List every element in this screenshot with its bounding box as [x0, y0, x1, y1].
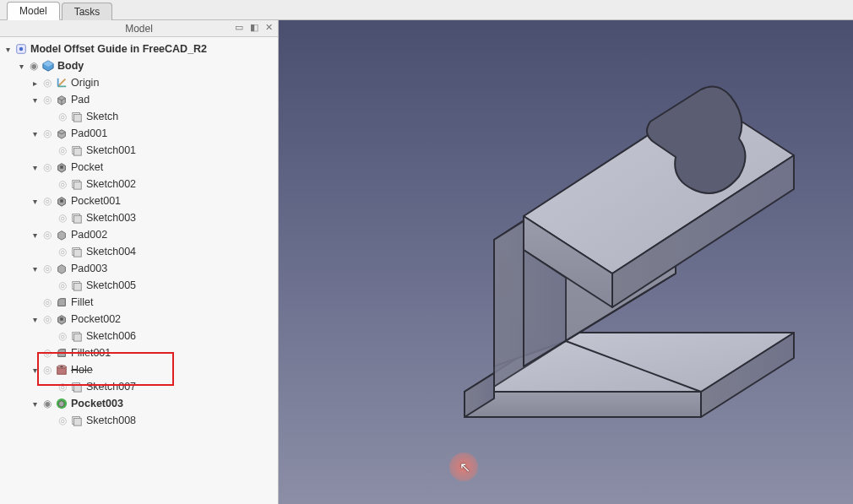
visibility-hidden-icon[interactable]: ◎: [41, 263, 54, 274]
visibility-hidden-icon[interactable]: ◎: [56, 212, 69, 224]
chevron-down-icon[interactable]: ▾: [29, 315, 41, 324]
visibility-hidden-icon[interactable]: ◎: [56, 381, 69, 393]
svg-rect-31: [74, 418, 82, 425]
visibility-hidden-icon[interactable]: ◎: [41, 296, 54, 308]
chevron-down-icon[interactable]: ▾: [15, 62, 27, 71]
svg-rect-14: [60, 199, 63, 203]
svg-point-26: [60, 366, 63, 368]
chevron-down-icon[interactable]: ▾: [29, 264, 41, 274]
tree-feature-fillet[interactable]: ◎ Fillet: [2, 294, 278, 311]
tree-label: Pad002: [71, 229, 107, 241]
tree-label: Hole: [71, 364, 93, 376]
tree-feature-pad[interactable]: ▾ ◎ Pad: [2, 91, 278, 108]
tree-origin[interactable]: ▸ ◎ Origin: [2, 74, 278, 91]
tree-label: Sketch002: [86, 178, 136, 190]
tree-feature-pocket[interactable]: ▾ ◎ Pocket: [2, 159, 278, 176]
visibility-icon[interactable]: ◉: [41, 398, 54, 409]
tree-label: Pocket: [71, 161, 103, 173]
chevron-down-icon[interactable]: ▾: [29, 399, 41, 409]
visibility-hidden-icon[interactable]: ◎: [41, 364, 54, 376]
tree-feature-pad003[interactable]: ▾ ◎ Pad003: [2, 260, 278, 277]
visibility-hidden-icon[interactable]: ◎: [41, 94, 54, 106]
svg-rect-16: [74, 215, 82, 223]
pocket-icon: [54, 312, 69, 326]
visibility-hidden-icon[interactable]: ◎: [41, 77, 54, 89]
tree-label: Pocket002: [71, 313, 121, 325]
tree-feature-fillet001[interactable]: ◎ Fillet001: [2, 344, 278, 361]
visibility-hidden-icon[interactable]: ◎: [56, 415, 69, 426]
visibility-hidden-icon[interactable]: ◎: [41, 347, 54, 359]
tree-sketch[interactable]: ◎ Sketch004: [2, 243, 278, 260]
visibility-hidden-icon[interactable]: ◎: [56, 330, 69, 342]
sketch-icon: [69, 211, 84, 225]
chevron-down-icon[interactable]: ▾: [29, 197, 41, 206]
tree-sketch[interactable]: ◎ Sketch005: [2, 277, 278, 294]
tree-label: Pocket001: [71, 195, 121, 207]
pad-icon: [54, 228, 69, 241]
svg-rect-23: [74, 333, 82, 341]
tree-feature-pocket003[interactable]: ▾ ◉ Pocket003: [2, 395, 278, 412]
svg-rect-13: [74, 182, 82, 189]
visibility-hidden-icon[interactable]: ◎: [41, 195, 54, 207]
chevron-down-icon[interactable]: ▾: [2, 45, 14, 54]
tree-label: Body: [57, 60, 84, 72]
pocket-tip-icon: [54, 397, 69, 410]
tree-sketch[interactable]: ◎ Sketch: [2, 108, 278, 125]
tree-sketch[interactable]: ◎ Sketch007: [2, 378, 278, 395]
visibility-hidden-icon[interactable]: ◎: [41, 127, 54, 139]
chevron-down-icon[interactable]: ▾: [29, 366, 41, 375]
tree-feature-hole[interactable]: ▾ ◎ Hole: [2, 361, 278, 378]
svg-rect-18: [74, 249, 82, 257]
tree-sketch[interactable]: ◎ Sketch008: [2, 412, 278, 429]
chevron-right-icon[interactable]: ▸: [29, 79, 41, 88]
document-icon: [14, 42, 29, 56]
tab-model[interactable]: Model: [7, 2, 60, 20]
tree-sketch[interactable]: ◎ Sketch006: [2, 328, 278, 344]
sketch-icon: [69, 329, 84, 343]
tree-feature-pad002[interactable]: ▾ ◎ Pad002: [2, 226, 278, 243]
chevron-down-icon[interactable]: ▾: [29, 129, 41, 138]
svg-rect-21: [60, 317, 63, 321]
tree-feature-pocket001[interactable]: ▾ ◎ Pocket001: [2, 192, 278, 209]
chevron-down-icon[interactable]: ▾: [29, 163, 41, 172]
svg-rect-8: [74, 114, 82, 122]
visibility-hidden-icon[interactable]: ◎: [41, 229, 54, 241]
tree-label: Pad001: [71, 127, 107, 139]
tree-feature-pad001[interactable]: ▾ ◎ Pad001: [2, 125, 278, 142]
panel-close-icon[interactable]: ✕: [264, 22, 274, 33]
tab-bar: Model Tasks: [0, 0, 853, 20]
panel-float-icon[interactable]: ◧: [248, 22, 260, 33]
chevron-down-icon[interactable]: ▾: [29, 95, 41, 105]
visibility-hidden-icon[interactable]: ◎: [56, 246, 69, 257]
sketch-icon: [69, 144, 84, 157]
tree-label: Fillet: [71, 296, 93, 308]
sketch-icon: [69, 110, 84, 123]
tree-label: Sketch008: [86, 415, 136, 426]
3d-viewport[interactable]: ↖: [279, 20, 853, 504]
tree-label: Sketch004: [86, 246, 136, 257]
visibility-hidden-icon[interactable]: ◎: [56, 144, 69, 156]
visibility-hidden-icon[interactable]: ◎: [56, 279, 69, 291]
tab-tasks[interactable]: Tasks: [62, 3, 113, 20]
body-icon: [41, 59, 56, 73]
tree-sketch[interactable]: ◎ Sketch003: [2, 209, 278, 226]
svg-line-4: [58, 79, 66, 87]
svg-rect-20: [74, 283, 82, 290]
visibility-hidden-icon[interactable]: ◎: [41, 161, 54, 173]
tree-document[interactable]: ▾ Model Offset Guide in FreeCAD_R2: [2, 41, 278, 57]
origin-icon: [54, 76, 69, 89]
chevron-down-icon[interactable]: ▾: [29, 230, 41, 240]
tree-body[interactable]: ▾ ◉ Body: [2, 57, 278, 74]
tree-feature-pocket002[interactable]: ▾ ◎ Pocket002: [2, 311, 278, 328]
visibility-hidden-icon[interactable]: ◎: [56, 178, 69, 190]
model-panel: Model ▭ ◧ ✕ ▾ Model Offset Guide in Free…: [0, 20, 279, 504]
pocket-icon: [54, 160, 69, 174]
panel-undock-icon[interactable]: ▭: [233, 22, 245, 33]
visibility-hidden-icon[interactable]: ◎: [41, 313, 54, 325]
tree-sketch[interactable]: ◎ Sketch001: [2, 142, 278, 159]
visibility-hidden-icon[interactable]: ◎: [56, 111, 69, 122]
visibility-icon[interactable]: ◉: [27, 60, 41, 72]
tree-sketch[interactable]: ◎ Sketch002: [2, 176, 278, 192]
tree-label: Pad003: [71, 263, 107, 274]
model-tree[interactable]: ▾ Model Offset Guide in FreeCAD_R2 ▾ ◉ B…: [0, 37, 278, 504]
